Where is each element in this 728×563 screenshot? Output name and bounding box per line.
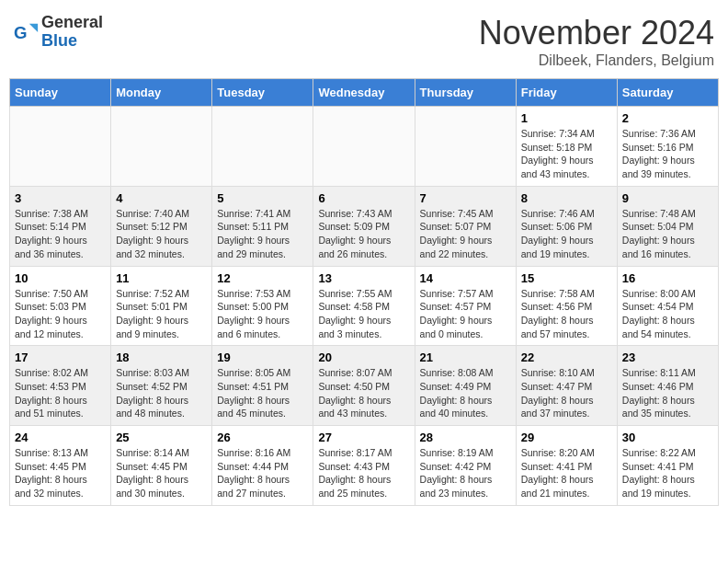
calendar-cell: 22Sunrise: 8:10 AMSunset: 4:47 PMDayligh… <box>516 346 617 426</box>
calendar-cell: 19Sunrise: 8:05 AMSunset: 4:51 PMDayligh… <box>212 346 313 426</box>
day-info: Sunrise: 7:43 AMSunset: 5:09 PMDaylight:… <box>318 207 409 261</box>
day-number: 10 <box>15 271 106 285</box>
day-info: Sunrise: 8:08 AMSunset: 4:49 PMDaylight:… <box>420 366 511 420</box>
title-section: November 2024 Dilbeek, Flanders, Belgium <box>479 14 714 69</box>
calendar-header-row: SundayMondayTuesdayWednesdayThursdayFrid… <box>10 79 719 107</box>
header-monday: Monday <box>111 79 212 107</box>
calendar-cell: 25Sunrise: 8:14 AMSunset: 4:45 PMDayligh… <box>111 426 212 506</box>
day-info: Sunrise: 8:17 AMSunset: 4:43 PMDaylight:… <box>318 446 409 500</box>
day-info: Sunrise: 8:19 AMSunset: 4:42 PMDaylight:… <box>420 446 511 500</box>
day-info: Sunrise: 8:20 AMSunset: 4:41 PMDaylight:… <box>521 446 612 500</box>
day-number: 20 <box>318 350 409 364</box>
calendar-week-1: 1Sunrise: 7:34 AMSunset: 5:18 PMDaylight… <box>10 107 719 187</box>
day-number: 11 <box>116 271 207 285</box>
day-info: Sunrise: 8:02 AMSunset: 4:53 PMDaylight:… <box>15 366 106 420</box>
calendar-cell <box>415 107 516 187</box>
calendar-cell: 5Sunrise: 7:41 AMSunset: 5:11 PMDaylight… <box>212 186 313 266</box>
day-number: 15 <box>521 271 612 285</box>
calendar-cell: 11Sunrise: 7:52 AMSunset: 5:01 PMDayligh… <box>111 266 212 346</box>
day-info: Sunrise: 8:03 AMSunset: 4:52 PMDaylight:… <box>116 366 207 420</box>
day-info: Sunrise: 7:50 AMSunset: 5:03 PMDaylight:… <box>15 287 106 341</box>
month-title: November 2024 <box>479 14 714 52</box>
day-number: 29 <box>521 431 612 444</box>
svg-marker-1 <box>29 23 38 31</box>
header-sunday: Sunday <box>10 79 111 107</box>
day-number: 17 <box>15 350 106 364</box>
calendar-week-3: 10Sunrise: 7:50 AMSunset: 5:03 PMDayligh… <box>10 266 719 346</box>
day-info: Sunrise: 7:38 AMSunset: 5:14 PMDaylight:… <box>15 207 106 261</box>
day-number: 9 <box>622 191 713 205</box>
day-number: 26 <box>217 431 308 444</box>
header-tuesday: Tuesday <box>212 79 313 107</box>
calendar-cell: 30Sunrise: 8:22 AMSunset: 4:41 PMDayligh… <box>617 426 718 506</box>
day-info: Sunrise: 7:41 AMSunset: 5:11 PMDaylight:… <box>217 207 308 261</box>
logo-icon: G <box>14 19 40 45</box>
day-number: 12 <box>217 271 308 285</box>
day-info: Sunrise: 8:22 AMSunset: 4:41 PMDaylight:… <box>622 446 713 500</box>
day-info: Sunrise: 8:10 AMSunset: 4:47 PMDaylight:… <box>521 366 612 420</box>
day-number: 3 <box>15 191 106 205</box>
calendar-cell: 18Sunrise: 8:03 AMSunset: 4:52 PMDayligh… <box>111 346 212 426</box>
day-info: Sunrise: 7:46 AMSunset: 5:06 PMDaylight:… <box>521 207 612 261</box>
calendar-cell: 21Sunrise: 8:08 AMSunset: 4:49 PMDayligh… <box>415 346 516 426</box>
day-number: 5 <box>217 191 308 205</box>
day-number: 23 <box>622 350 713 364</box>
day-number: 19 <box>217 350 308 364</box>
day-number: 8 <box>521 191 612 205</box>
day-info: Sunrise: 7:55 AMSunset: 4:58 PMDaylight:… <box>318 287 409 341</box>
day-number: 4 <box>116 191 207 205</box>
day-number: 13 <box>318 271 409 285</box>
day-info: Sunrise: 7:48 AMSunset: 5:04 PMDaylight:… <box>622 207 713 261</box>
calendar-cell: 23Sunrise: 8:11 AMSunset: 4:46 PMDayligh… <box>617 346 718 426</box>
logo-blue-text: Blue <box>41 32 103 51</box>
day-number: 22 <box>521 350 612 364</box>
calendar-week-5: 24Sunrise: 8:13 AMSunset: 4:45 PMDayligh… <box>10 426 719 506</box>
calendar-cell: 1Sunrise: 7:34 AMSunset: 5:18 PMDaylight… <box>516 107 617 187</box>
calendar-cell: 17Sunrise: 8:02 AMSunset: 4:53 PMDayligh… <box>10 346 111 426</box>
header-wednesday: Wednesday <box>313 79 415 107</box>
day-info: Sunrise: 8:16 AMSunset: 4:44 PMDaylight:… <box>217 446 308 500</box>
day-number: 30 <box>622 431 713 444</box>
calendar-cell: 27Sunrise: 8:17 AMSunset: 4:43 PMDayligh… <box>313 426 415 506</box>
day-info: Sunrise: 8:07 AMSunset: 4:50 PMDaylight:… <box>318 366 409 420</box>
calendar-cell <box>10 107 111 187</box>
calendar-week-2: 3Sunrise: 7:38 AMSunset: 5:14 PMDaylight… <box>10 186 719 266</box>
day-info: Sunrise: 7:45 AMSunset: 5:07 PMDaylight:… <box>420 207 511 261</box>
day-info: Sunrise: 8:14 AMSunset: 4:45 PMDaylight:… <box>116 446 207 500</box>
calendar-cell <box>212 107 313 187</box>
day-number: 25 <box>116 431 207 444</box>
calendar-cell: 24Sunrise: 8:13 AMSunset: 4:45 PMDayligh… <box>10 426 111 506</box>
logo: G General Blue <box>14 14 103 51</box>
calendar-week-4: 17Sunrise: 8:02 AMSunset: 4:53 PMDayligh… <box>10 346 719 426</box>
header-saturday: Saturday <box>617 79 718 107</box>
calendar-cell: 28Sunrise: 8:19 AMSunset: 4:42 PMDayligh… <box>415 426 516 506</box>
calendar-cell: 8Sunrise: 7:46 AMSunset: 5:06 PMDaylight… <box>516 186 617 266</box>
logo-general-text: General <box>41 14 103 32</box>
calendar-cell: 20Sunrise: 8:07 AMSunset: 4:50 PMDayligh… <box>313 346 415 426</box>
day-info: Sunrise: 7:58 AMSunset: 4:56 PMDaylight:… <box>521 287 612 341</box>
day-number: 24 <box>15 431 106 444</box>
day-number: 14 <box>420 271 511 285</box>
day-number: 6 <box>318 191 409 205</box>
svg-text:G: G <box>14 22 28 41</box>
day-info: Sunrise: 7:34 AMSunset: 5:18 PMDaylight:… <box>521 127 612 181</box>
day-info: Sunrise: 7:57 AMSunset: 4:57 PMDaylight:… <box>420 287 511 341</box>
calendar-cell: 26Sunrise: 8:16 AMSunset: 4:44 PMDayligh… <box>212 426 313 506</box>
calendar-cell: 2Sunrise: 7:36 AMSunset: 5:16 PMDaylight… <box>617 107 718 187</box>
page-header: G General Blue November 2024 Dilbeek, Fl… <box>9 9 719 69</box>
location-text: Dilbeek, Flanders, Belgium <box>479 52 714 69</box>
calendar-cell <box>111 107 212 187</box>
calendar-cell: 10Sunrise: 7:50 AMSunset: 5:03 PMDayligh… <box>10 266 111 346</box>
calendar-cell: 9Sunrise: 7:48 AMSunset: 5:04 PMDaylight… <box>617 186 718 266</box>
day-number: 2 <box>622 111 713 125</box>
header-friday: Friday <box>516 79 617 107</box>
day-number: 28 <box>420 431 511 444</box>
calendar-cell: 7Sunrise: 7:45 AMSunset: 5:07 PMDaylight… <box>415 186 516 266</box>
day-info: Sunrise: 8:00 AMSunset: 4:54 PMDaylight:… <box>622 287 713 341</box>
day-info: Sunrise: 8:13 AMSunset: 4:45 PMDaylight:… <box>15 446 106 500</box>
calendar-cell: 12Sunrise: 7:53 AMSunset: 5:00 PMDayligh… <box>212 266 313 346</box>
calendar-cell: 29Sunrise: 8:20 AMSunset: 4:41 PMDayligh… <box>516 426 617 506</box>
day-number: 21 <box>420 350 511 364</box>
day-info: Sunrise: 7:53 AMSunset: 5:00 PMDaylight:… <box>217 287 308 341</box>
calendar-cell: 15Sunrise: 7:58 AMSunset: 4:56 PMDayligh… <box>516 266 617 346</box>
